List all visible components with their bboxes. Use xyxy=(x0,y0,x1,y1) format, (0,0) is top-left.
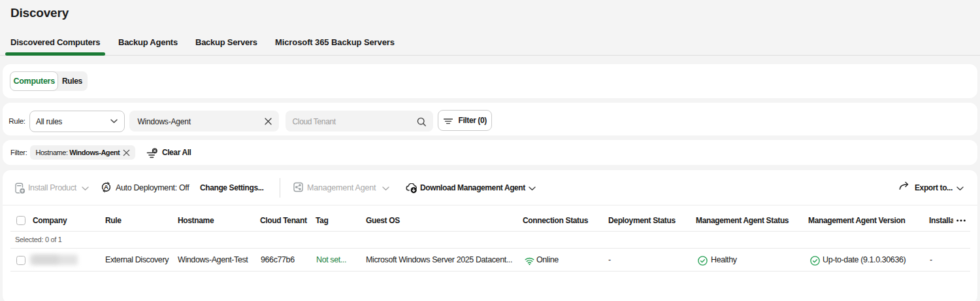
svg-text:A: A xyxy=(104,183,108,190)
